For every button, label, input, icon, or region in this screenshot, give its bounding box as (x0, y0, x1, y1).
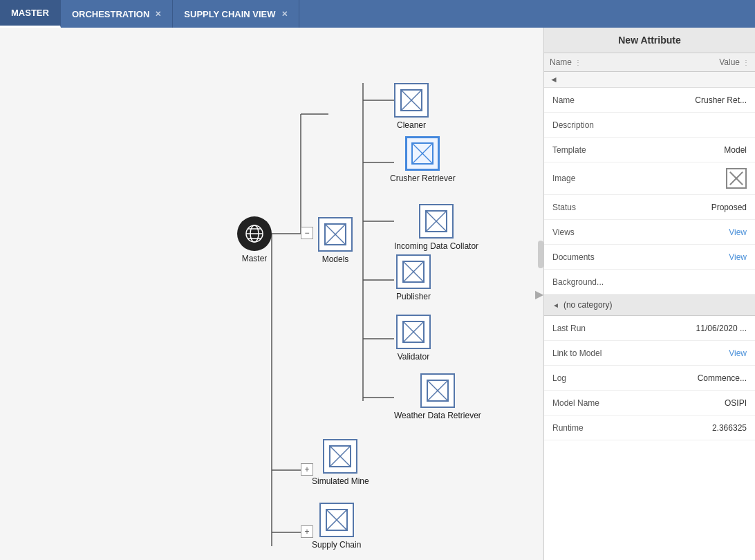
prop-row-status: Status Proposed (544, 195, 755, 220)
col-value-sort-icon[interactable]: ⋮ (743, 59, 749, 66)
canvas-right-arrow[interactable]: ▶ (535, 288, 543, 301)
crusher-retriever-icon-svg (410, 141, 435, 166)
prop-label-link-to-model: Link to Model (552, 348, 650, 358)
tab-orchestration[interactable]: ORCHESTRATION ✕ (61, 0, 173, 28)
prop-value-documents[interactable]: View (650, 252, 747, 262)
prop-row-background: Background... (544, 270, 755, 295)
prop-row-runtime: Runtime 2.366325 (544, 416, 755, 440)
crusher-retriever-node[interactable]: Crusher Retriever (390, 136, 456, 183)
tab-supply-chain-label: SUPPLY CHAIN VIEW (184, 9, 275, 19)
publisher-node[interactable]: Publisher (396, 254, 431, 301)
validator-node[interactable]: Validator (396, 315, 431, 362)
prop-label-model-name: Model Name (552, 398, 650, 408)
prop-label-image: Image (552, 174, 650, 183)
prop-label-template: Template (552, 145, 650, 155)
cleaner-icon (394, 83, 429, 118)
prop-value-last-run: 11/06/2020 ... (650, 324, 747, 333)
models-node[interactable]: Models (318, 217, 353, 264)
prop-value-runtime: 2.366325 (650, 423, 747, 433)
canvas-area[interactable]: Master − Models (0, 28, 543, 560)
panel-scroll[interactable]: Name Crusher Ret... Description Template… (544, 88, 755, 560)
supply-chain-toggle-btn[interactable]: + (301, 525, 313, 538)
supply-chain-node[interactable]: Supply Chain (312, 503, 361, 550)
wdr-icon-svg (425, 378, 450, 403)
crusher-retriever-icon (405, 136, 440, 171)
cleaner-label: Cleaner (397, 120, 426, 130)
weather-data-retriever-label: Weather Data Retriever (394, 411, 481, 420)
incoming-data-collator-label: Incoming Data Collator (394, 241, 478, 251)
panel-columns: Name ⋮ Value ⋮ (544, 53, 755, 72)
cleaner-icon-svg (399, 88, 424, 113)
master-node[interactable]: Master (237, 216, 272, 263)
prop-row-log: Log Commence... (544, 366, 755, 391)
prop-value-model-name: OSIPI (650, 398, 747, 408)
prop-row-views: Views View (544, 220, 755, 245)
validator-icon-svg (401, 319, 426, 344)
prop-label-runtime: Runtime (552, 423, 650, 433)
weather-data-retriever-icon (420, 373, 455, 408)
simulated-mine-icon (323, 439, 357, 474)
prop-value-link-to-model[interactable]: View (650, 348, 747, 358)
prop-label-background: Background... (552, 277, 650, 287)
supply-chain-label: Supply Chain (312, 540, 361, 550)
tab-orchestration-close[interactable]: ✕ (155, 10, 161, 19)
tab-orchestration-label: ORCHESTRATION (72, 9, 149, 19)
col-name-label: Name (550, 57, 572, 67)
master-icon (237, 216, 272, 251)
right-panel-header: New Attribute (544, 28, 755, 53)
publisher-label: Publisher (396, 292, 431, 301)
models-icon (318, 217, 353, 252)
prop-row-link-to-model: Link to Model View (544, 341, 755, 366)
prop-value-template: Model (650, 145, 747, 155)
category-toggle-icon: ◄ (552, 301, 559, 309)
crusher-retriever-label: Crusher Retriever (390, 174, 456, 183)
tab-supply-chain-close[interactable]: ✕ (281, 10, 288, 19)
main-area: Master − Models (0, 28, 755, 560)
tree-container: Master − Models (14, 41, 532, 560)
prop-value-name: Crusher Ret... (650, 95, 747, 105)
prop-row-name: Name Crusher Ret... (544, 88, 755, 113)
prop-value-views[interactable]: View (650, 227, 747, 237)
tree-lines (14, 41, 532, 560)
simulated-mine-label: Simulated Mine (312, 476, 369, 486)
supply-chain-icon (319, 503, 354, 537)
tab-supply-chain-view[interactable]: SUPPLY CHAIN VIEW ✕ (173, 0, 299, 28)
tab-master-label: MASTER (11, 8, 49, 18)
category-header[interactable]: ◄ (no category) (544, 295, 755, 316)
right-panel: New Attribute Name ⋮ Value ⋮ ◄ Name Crus… (543, 28, 755, 560)
models-toggle-btn[interactable]: − (301, 227, 313, 239)
publisher-icon (396, 254, 431, 289)
prop-label-log: Log (552, 373, 650, 383)
prop-label-last-run: Last Run (552, 324, 650, 333)
publisher-icon-svg (401, 259, 426, 284)
canvas-scroll-handle[interactable] (538, 241, 543, 268)
col-name-sort-icon[interactable]: ⋮ (575, 59, 581, 66)
prop-label-status: Status (552, 203, 650, 212)
prop-row-model-name: Model Name OSIPI (544, 391, 755, 416)
models-label: Models (322, 254, 349, 264)
prop-label-description: Description (552, 120, 650, 130)
prop-label-name: Name (552, 95, 650, 105)
prop-row-image: Image (544, 162, 755, 195)
tab-bar: MASTER ORCHESTRATION ✕ SUPPLY CHAIN VIEW… (0, 0, 755, 28)
incoming-data-collator-icon (419, 204, 454, 239)
image-placeholder (726, 168, 747, 189)
weather-data-retriever-node[interactable]: Weather Data Retriever (394, 373, 481, 420)
simulated-mine-toggle-btn[interactable]: + (301, 463, 313, 476)
models-icon-svg (323, 222, 348, 247)
prop-label-views: Views (552, 227, 650, 237)
prop-image-container (650, 168, 747, 189)
prop-row-last-run: Last Run 11/06/2020 ... (544, 316, 755, 341)
incoming-data-collator-node[interactable]: Incoming Data Collator (394, 204, 478, 251)
idc-icon-svg (424, 209, 449, 234)
prop-row-template: Template Model (544, 138, 755, 162)
category-label: (no category) (563, 300, 613, 310)
collapse-arrow-icon: ◄ (550, 75, 558, 84)
validator-icon (396, 315, 431, 349)
simulated-mine-node[interactable]: Simulated Mine (312, 439, 369, 486)
cleaner-node[interactable]: Cleaner (394, 83, 429, 130)
panel-collapse-btn[interactable]: ◄ (544, 72, 755, 88)
tab-master[interactable]: MASTER (0, 0, 61, 28)
panel-col-value: Value ⋮ (651, 57, 750, 67)
prop-value-status: Proposed (650, 203, 747, 212)
